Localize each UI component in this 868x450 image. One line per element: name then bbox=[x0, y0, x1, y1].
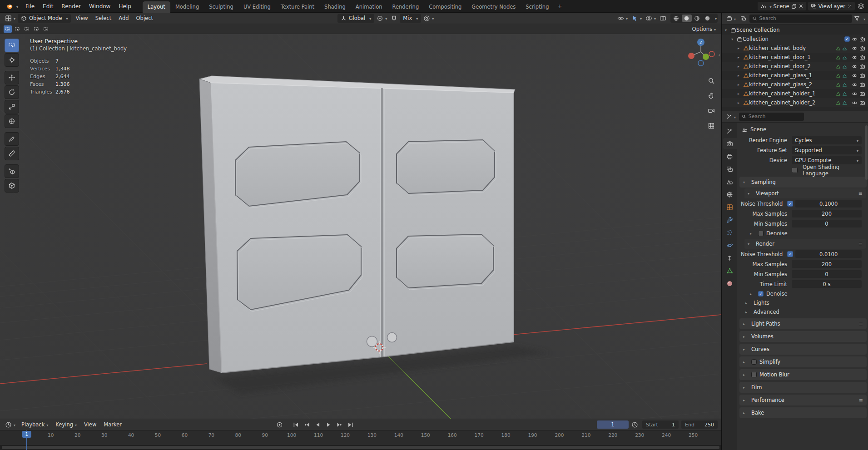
tool-cursor[interactable] bbox=[5, 53, 19, 67]
navigation-gizmo[interactable]: Z bbox=[686, 37, 716, 67]
shading-rendered-button[interactable] bbox=[703, 15, 713, 22]
outliner-search[interactable] bbox=[749, 15, 852, 23]
preset-menu-icon[interactable] bbox=[859, 397, 863, 403]
expand-icon[interactable] bbox=[738, 46, 743, 50]
current-frame-field[interactable]: 1 bbox=[597, 420, 629, 429]
eye-icon[interactable] bbox=[852, 36, 858, 42]
expand-icon[interactable] bbox=[738, 83, 743, 87]
scene-selector[interactable]: Scene bbox=[758, 2, 806, 10]
frame-end-field[interactable]: End 250 bbox=[681, 420, 718, 429]
close-icon[interactable] bbox=[847, 4, 852, 9]
workspace-tab[interactable]: Geometry Nodes bbox=[466, 1, 521, 13]
panel-checkbox[interactable] bbox=[751, 372, 757, 377]
properties-editor-dropdown[interactable] bbox=[725, 113, 737, 121]
eye-icon[interactable] bbox=[852, 45, 858, 51]
timeline-editor-dropdown[interactable] bbox=[4, 420, 17, 429]
viewport-noise-threshold-checkbox[interactable]: ✓ bbox=[787, 201, 793, 207]
gizmo-x-neg-axis[interactable] bbox=[709, 51, 714, 57]
next-keyframe-button[interactable] bbox=[335, 420, 345, 429]
viewport-noise-threshold-field[interactable]: 0.1000 bbox=[795, 200, 862, 208]
panel-header[interactable]: Light Paths bbox=[739, 318, 867, 329]
shading-solid-button[interactable] bbox=[682, 15, 692, 22]
expand-icon[interactable] bbox=[738, 64, 743, 69]
eye-icon[interactable] bbox=[852, 54, 858, 60]
outliner-object-row[interactable]: kitchen_cabinet_glass_1 bbox=[722, 71, 868, 80]
tool-mesh-primitive[interactable] bbox=[5, 179, 19, 193]
frame-tick[interactable]: 220 bbox=[608, 432, 617, 438]
frame-tick[interactable]: 200 bbox=[555, 432, 564, 438]
collapsed-subpanel-header[interactable]: Advanced bbox=[738, 307, 868, 316]
tab-tool[interactable] bbox=[723, 125, 737, 136]
expand-icon[interactable] bbox=[738, 55, 743, 59]
render-visibility-camera-icon[interactable] bbox=[859, 100, 865, 106]
expand-icon[interactable] bbox=[738, 92, 743, 96]
overlays-dropdown[interactable] bbox=[644, 14, 657, 23]
outliner-row-scene-collection[interactable]: Scene Collection bbox=[722, 25, 868, 35]
timeline-menu-item[interactable]: View bbox=[80, 420, 100, 429]
ortho-grid-icon[interactable] bbox=[708, 122, 715, 129]
tab-scene[interactable] bbox=[723, 176, 737, 187]
transform-orientation-dropdown[interactable]: Global bbox=[337, 14, 375, 23]
tool-add-cube[interactable] bbox=[5, 164, 19, 178]
device-dropdown[interactable]: GPU Compute bbox=[792, 156, 862, 164]
eye-icon[interactable] bbox=[852, 82, 858, 88]
collection-exclude-checkbox[interactable]: ✓ bbox=[844, 36, 850, 42]
sampling-panel-header[interactable]: Sampling bbox=[739, 177, 867, 188]
workspace-tab[interactable]: Texture Paint bbox=[276, 1, 319, 13]
camera-view-icon[interactable] bbox=[708, 107, 715, 114]
render-denoise-checkbox[interactable]: ✓ bbox=[758, 291, 764, 297]
preset-menu-icon[interactable] bbox=[859, 321, 863, 327]
tool-scale[interactable] bbox=[5, 100, 19, 114]
outliner-object-row[interactable]: kitchen_cabinet_door_1 bbox=[722, 53, 868, 62]
add-workspace-button[interactable]: + bbox=[554, 1, 565, 11]
frame-tick[interactable]: 80 bbox=[235, 432, 241, 438]
frame-tick[interactable]: 60 bbox=[182, 432, 188, 438]
render-visibility-camera-icon[interactable] bbox=[859, 73, 865, 79]
tab-constraints[interactable] bbox=[723, 252, 737, 263]
tool-annotate[interactable] bbox=[5, 132, 19, 146]
cabinet-door-left[interactable] bbox=[210, 83, 382, 373]
expand-icon[interactable] bbox=[738, 74, 743, 78]
panel-header[interactable]: Bake bbox=[739, 407, 867, 418]
panel-header[interactable]: Film bbox=[739, 382, 867, 393]
viewport-denoise-header[interactable]: Denoise bbox=[738, 229, 868, 238]
frame-tick[interactable]: 70 bbox=[208, 432, 214, 438]
frame-tick[interactable]: 10 bbox=[48, 432, 54, 438]
frame-tick[interactable]: 160 bbox=[448, 432, 457, 438]
render-visibility-camera-icon[interactable] bbox=[859, 64, 865, 69]
properties-search-input[interactable] bbox=[749, 114, 801, 119]
select-mode-intersect-button[interactable] bbox=[42, 25, 50, 33]
filter-icon[interactable] bbox=[854, 15, 860, 21]
frame-tick[interactable]: 240 bbox=[662, 432, 671, 438]
frame-tick[interactable]: 250 bbox=[689, 432, 698, 438]
tool-options-dropdown[interactable]: Options bbox=[690, 26, 718, 32]
properties-search[interactable] bbox=[739, 113, 804, 121]
topbar-menu-item[interactable]: File bbox=[21, 1, 39, 11]
topbar-menu-item[interactable]: Render bbox=[57, 1, 85, 11]
caret-down-icon[interactable] bbox=[862, 15, 865, 22]
gizmo-y-axis[interactable] bbox=[703, 54, 709, 60]
new-scene-icon[interactable] bbox=[791, 4, 797, 9]
viewport-min-samples-field[interactable]: 0 bbox=[792, 220, 862, 227]
properties-scrollbar[interactable] bbox=[865, 125, 868, 180]
frame-tick[interactable]: 120 bbox=[341, 432, 350, 438]
preset-menu-icon[interactable] bbox=[858, 241, 863, 247]
workspace-tab[interactable]: Animation bbox=[351, 1, 387, 13]
topbar-menu-item[interactable]: Window bbox=[85, 1, 114, 11]
eye-icon[interactable] bbox=[852, 91, 858, 97]
tab-object[interactable] bbox=[723, 202, 737, 213]
pivot-point-dropdown[interactable] bbox=[375, 14, 388, 23]
render-noise-threshold-field[interactable]: 0.0100 bbox=[795, 250, 862, 258]
timeline-scrollbar[interactable] bbox=[2, 446, 719, 449]
shading-wireframe-button[interactable] bbox=[671, 15, 681, 22]
object-visibility-dropdown[interactable] bbox=[616, 14, 629, 23]
eye-icon[interactable] bbox=[852, 64, 858, 69]
outliner-object-row[interactable]: kitchen_cabinet_holder_1 bbox=[722, 89, 868, 98]
collapsed-subpanel-header[interactable]: Lights bbox=[738, 298, 868, 307]
tool-select-box[interactable] bbox=[5, 39, 19, 52]
select-mode-new-button[interactable] bbox=[4, 25, 12, 33]
view3d-menu-item[interactable]: View bbox=[72, 14, 91, 23]
workspace-tab[interactable]: Modeling bbox=[170, 1, 204, 13]
frame-tick[interactable]: 110 bbox=[314, 432, 323, 438]
workspace-tab[interactable]: Rendering bbox=[387, 1, 424, 13]
